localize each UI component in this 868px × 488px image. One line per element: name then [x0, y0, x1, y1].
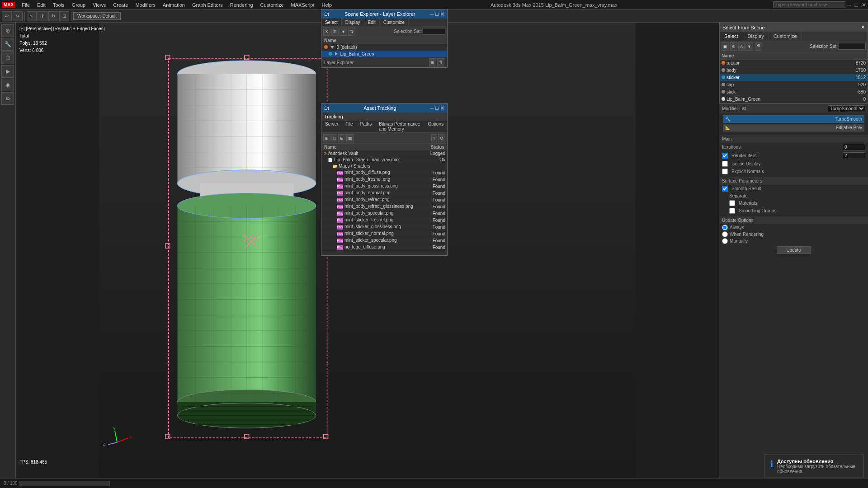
select-row[interactable]: stick680: [720, 89, 868, 96]
at-row[interactable]: PNsmint_body_specular.pngFound: [321, 210, 447, 217]
select-tab-display[interactable]: Display: [743, 32, 769, 41]
se-bottom-btn2[interactable]: ⇅: [437, 58, 444, 66]
scale-btn[interactable]: ⊡: [59, 11, 69, 21]
motion-tool[interactable]: ▶: [1, 65, 14, 78]
select-row[interactable]: sticker1512: [720, 74, 868, 81]
at-row[interactable]: PNsmint_body_normal.pngFound: [321, 190, 447, 197]
display-tool[interactable]: ◉: [1, 79, 14, 91]
select-tab-customize[interactable]: Customize: [769, 32, 802, 41]
at-row[interactable]: ⊙Autodesk VaultLogged: [321, 150, 447, 157]
menu-create[interactable]: Create: [110, 2, 131, 8]
at-scrollbar[interactable]: [321, 251, 447, 255]
modifier-turbosooth[interactable]: 🔧 TurboSmooth: [723, 115, 864, 123]
se-bottom-btn1[interactable]: ⊞: [429, 58, 436, 66]
hierarchy-tool[interactable]: ⬡: [1, 52, 14, 64]
at-menu-server[interactable]: Server: [321, 121, 342, 132]
move-btn[interactable]: ✛: [38, 11, 47, 21]
select-row[interactable]: cap920: [720, 81, 868, 89]
at-row[interactable]: PNsmint_body_fresnel.pngFound: [321, 176, 447, 183]
select-tab-select[interactable]: Select: [720, 32, 743, 41]
menu-customize[interactable]: Customize: [258, 2, 287, 8]
render-iters-input[interactable]: [843, 152, 865, 159]
se-tab-customize[interactable]: Customize: [380, 19, 409, 26]
select-row[interactable]: Lip_Balm_Green0: [720, 96, 868, 103]
at-options-btn[interactable]: ⚙: [438, 134, 445, 142]
at-btn3[interactable]: ⊟: [338, 134, 345, 142]
modifier-editpoly[interactable]: 📐 Editable Poly: [723, 124, 864, 131]
at-help-btn[interactable]: ?: [431, 134, 437, 142]
maximize-btn[interactable]: □: [855, 2, 858, 8]
update-button[interactable]: Update: [777, 246, 810, 254]
menu-graph-editors[interactable]: Graph Editors: [189, 2, 226, 8]
at-row[interactable]: PNsno_logo_diffuse.pngFound: [321, 244, 447, 251]
menu-views[interactable]: Views: [90, 2, 108, 8]
smooth-result-checkbox[interactable]: [722, 186, 728, 192]
se-tab-select[interactable]: Select: [321, 19, 342, 26]
at-btn1[interactable]: ⊞: [323, 134, 330, 142]
at-close[interactable]: ✕: [440, 105, 444, 111]
menu-tools[interactable]: Tools: [50, 2, 67, 8]
se-filter-btn[interactable]: ▼: [340, 28, 347, 36]
radio-when-rendering[interactable]: [722, 231, 728, 237]
selection-set-input[interactable]: [839, 43, 866, 50]
se-sort-btn[interactable]: ⇅: [348, 28, 355, 36]
at-menu-bitmap[interactable]: Bitmap Performance and Memory: [375, 121, 424, 132]
se-titlebar[interactable]: 🗂 Scene Explorer - Layer Explorer ─ □ ✕: [321, 9, 447, 19]
at-row[interactable]: PNsmint_body_refract.pngFound: [321, 197, 447, 203]
at-menu-paths[interactable]: Paths: [357, 121, 376, 132]
close-btn[interactable]: ✕: [862, 2, 866, 8]
select-tool-circle[interactable]: ⊙: [730, 42, 737, 51]
at-btn4[interactable]: ▦: [346, 134, 354, 142]
rotate-btn[interactable]: ↻: [48, 11, 58, 21]
explicit-normals-checkbox[interactable]: [722, 169, 728, 174]
undo-btn[interactable]: ↩: [2, 11, 12, 21]
se-maximize[interactable]: □: [435, 11, 439, 17]
at-row[interactable]: PNsmint_body_refract_glossiness.pngFound: [321, 203, 447, 210]
select-row[interactable]: rotator8720: [720, 60, 868, 67]
at-row[interactable]: PNsmint_body_diffuse.pngFound: [321, 169, 447, 176]
at-row[interactable]: 📁Maps / Shaders: [321, 163, 447, 169]
se-expand-btn[interactable]: ⊞: [331, 28, 339, 36]
se-selection-input[interactable]: [423, 28, 445, 35]
smoothing-groups-checkbox[interactable]: [729, 208, 735, 214]
menu-file[interactable]: File: [19, 2, 33, 8]
radio-manually[interactable]: [722, 238, 728, 244]
at-row[interactable]: PNsmint_sticker_glossiness.pngFound: [321, 224, 447, 230]
at-maximize[interactable]: □: [435, 105, 439, 111]
isoline-checkbox[interactable]: [722, 161, 728, 167]
at-row[interactable]: PNsmint_sticker_fresnel.pngFound: [321, 217, 447, 224]
se-close-btn[interactable]: ✕: [323, 28, 330, 36]
se-tab-display[interactable]: Display: [342, 19, 364, 26]
se-close[interactable]: ✕: [440, 11, 444, 17]
se-tab-edit[interactable]: Edit: [364, 19, 380, 26]
at-btn2[interactable]: □: [331, 134, 337, 142]
at-minimize[interactable]: ─: [430, 105, 434, 111]
modifier-list-dropdown[interactable]: TurboSmooth: [828, 105, 865, 112]
menu-maxscript[interactable]: MAXScript: [288, 2, 317, 8]
select-tool-name[interactable]: A: [738, 42, 745, 51]
se-row-default[interactable]: 0 (default): [321, 44, 447, 51]
se-minimize[interactable]: ─: [430, 11, 434, 17]
at-row[interactable]: PNsmint_sticker_normal.pngFound: [321, 230, 447, 237]
render-iters-checkbox[interactable]: [722, 153, 728, 159]
menu-help[interactable]: Help: [319, 2, 335, 8]
menu-group[interactable]: Group: [69, 2, 89, 8]
at-menu-file[interactable]: File: [342, 121, 356, 132]
search-input[interactable]: [773, 1, 845, 8]
select-btn[interactable]: ↖: [27, 11, 37, 21]
se-row-lipbalm[interactable]: Lip_Balm_Green: [321, 51, 447, 57]
at-titlebar[interactable]: 🗂 Asset Tracking ─ □ ✕: [321, 103, 447, 113]
menu-edit[interactable]: Edit: [34, 2, 48, 8]
menu-rendering[interactable]: Rendering: [227, 2, 256, 8]
select-options[interactable]: ⚙: [755, 42, 762, 51]
at-menu-options[interactable]: Options: [425, 121, 447, 132]
radio-always[interactable]: [722, 225, 728, 230]
iterations-input[interactable]: [843, 144, 865, 150]
menu-animation[interactable]: Animation: [160, 2, 188, 8]
at-row[interactable]: 📄Lip_Balm_Green_max_vray.maxOk: [321, 157, 447, 163]
modify-tool[interactable]: 🔧: [1, 38, 14, 51]
utility-tool[interactable]: ⚙: [1, 92, 14, 105]
select-row[interactable]: body1760: [720, 67, 868, 74]
at-row[interactable]: PNsmint_sticker_specular.pngFound: [321, 237, 447, 244]
minimize-btn[interactable]: ─: [847, 2, 851, 8]
